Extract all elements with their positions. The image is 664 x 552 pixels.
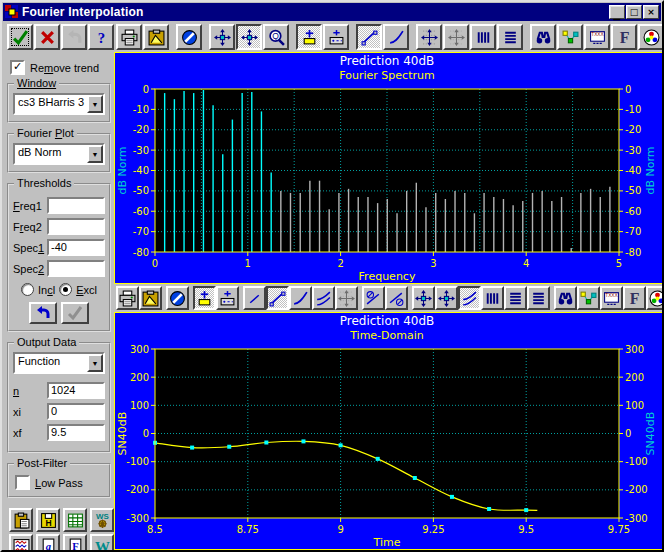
horizontal-bars-button[interactable] [504, 286, 527, 310]
help-button[interactable]: ? [88, 24, 114, 50]
threshold-add-button[interactable] [193, 286, 216, 310]
output-function-value: Function [15, 354, 87, 372]
apply-thresholds-button[interactable] [61, 302, 89, 324]
unzoom-button[interactable] [166, 286, 189, 310]
svg-text:-50: -50 [133, 185, 149, 196]
freq2-field[interactable] [47, 218, 105, 235]
print-button[interactable] [116, 286, 139, 310]
threshold-add-button[interactable] [296, 24, 322, 50]
spec2-row: Spec2 [13, 260, 105, 277]
horizontal-bars-button[interactable] [497, 24, 523, 50]
output-n-field[interactable]: 1024 [47, 382, 105, 399]
grid-scale-button[interactable] [335, 286, 358, 310]
waveform-button[interactable] [9, 534, 33, 552]
freq2-label: Freq2 [13, 221, 44, 233]
print-button[interactable] [116, 24, 142, 50]
point-style-button[interactable] [577, 286, 600, 310]
line-segment-button[interactable] [243, 286, 266, 310]
accept-button[interactable] [7, 24, 33, 50]
unzoom-button[interactable] [176, 24, 202, 50]
vertical-bars-button[interactable] [481, 286, 504, 310]
hlines-icon [502, 29, 519, 46]
find-button[interactable] [554, 286, 577, 310]
svg-text:-100: -100 [126, 456, 149, 467]
freq1-field[interactable] [47, 197, 105, 214]
output-xi-field[interactable]: 0 [47, 403, 105, 420]
radio-excl[interactable] [59, 283, 72, 296]
chevron-down-icon[interactable]: ▼ [87, 145, 103, 163]
threshold-adjust-button[interactable] [323, 24, 349, 50]
line-suppress-alt-button[interactable] [385, 286, 408, 310]
find-button[interactable] [530, 24, 556, 50]
point-style-button[interactable] [557, 24, 583, 50]
svg-text:100: 100 [625, 400, 644, 411]
svg-text:F: F [630, 290, 640, 307]
svg-text:Prediction 40dB: Prediction 40dB [340, 314, 435, 328]
table-button[interactable] [63, 508, 87, 532]
svg-text:3: 3 [430, 258, 436, 269]
grid-scale-button[interactable] [416, 24, 442, 50]
smooth-plot-button[interactable] [289, 286, 312, 310]
svg-text:Frequency: Frequency [359, 270, 416, 283]
time-domain-chart[interactable]: Prediction 40dBTime-Domain-300-300-200-2… [114, 312, 664, 550]
annotation-button[interactable]: a [36, 534, 60, 552]
svg-text:-10: -10 [625, 104, 641, 115]
full-scale-button[interactable] [209, 24, 235, 50]
waveform-icon [13, 538, 30, 552]
spec2-field[interactable] [47, 260, 105, 277]
svg-text:-60: -60 [133, 206, 149, 217]
output-function-select[interactable]: Function ▼ [13, 352, 105, 374]
multi-curve-button[interactable] [312, 286, 335, 310]
svg-text:0: 0 [143, 428, 149, 439]
line-diag-sm-icon [246, 290, 263, 307]
svg-text:-70: -70 [625, 226, 641, 237]
output-xf-field[interactable]: 9.5 [47, 424, 105, 441]
cancel-button[interactable] [34, 24, 60, 50]
full-scale-button[interactable] [412, 286, 435, 310]
vertical-bars-button[interactable] [470, 24, 496, 50]
fourier-plot-group-title: Fourier Plot [14, 127, 77, 139]
copy-graph-button[interactable] [143, 24, 169, 50]
grid-scale-alt-button[interactable] [443, 24, 469, 50]
time-domain-plot: Prediction 40dBTime-Domain-300-300-200-2… [115, 313, 661, 549]
spec1-label: Spec1 [13, 242, 44, 254]
window-select[interactable]: cs3 BHarris 3 ▼ [13, 93, 105, 115]
colors-button[interactable] [646, 286, 664, 310]
radio-incl[interactable] [21, 283, 34, 296]
fourier-plot-select[interactable]: dB Norm ▼ [13, 143, 105, 165]
screen-settings-button[interactable]: TXXX [600, 286, 623, 310]
chevron-down-icon[interactable]: ▼ [87, 354, 103, 372]
overlay-curves-button[interactable] [458, 286, 481, 310]
svg-text:5: 5 [616, 258, 622, 269]
spec1-field[interactable]: -40 [47, 239, 105, 256]
save-button[interactable]: H [36, 508, 60, 532]
worksheet-button[interactable]: WS [90, 508, 114, 532]
horizontal-bars-alt-button[interactable] [527, 286, 550, 310]
remove-trend-checkbox[interactable]: ✓ [10, 60, 25, 75]
font-button[interactable]: F [611, 24, 637, 50]
screen-settings-button[interactable]: TXXX [584, 24, 610, 50]
zoom-mode-button[interactable]: Q [263, 24, 289, 50]
copy-graph-button[interactable] [139, 286, 162, 310]
binoculars-icon [535, 29, 552, 46]
line-suppress-button[interactable] [362, 286, 385, 310]
line-plot-button[interactable] [356, 24, 382, 50]
threshold-adjust-button[interactable] [216, 286, 239, 310]
format-button[interactable]: F [63, 534, 87, 552]
fourier-spectrum-chart[interactable]: Prediction 40dBFourier Spectrum-80-80-70… [114, 52, 664, 284]
paste-button[interactable] [9, 508, 33, 532]
chevron-down-icon[interactable]: ▼ [87, 95, 103, 113]
minimize-button[interactable]: ▁ [609, 5, 625, 19]
line-plot-button[interactable] [266, 286, 289, 310]
colors-button[interactable] [638, 24, 664, 50]
maximize-button[interactable]: □ [626, 5, 642, 19]
word-export-button[interactable]: W [90, 534, 114, 552]
tracking-button[interactable] [236, 24, 262, 50]
tracking-button[interactable] [435, 286, 458, 310]
close-button[interactable]: × [643, 5, 659, 19]
font-button[interactable]: F [623, 286, 646, 310]
undo-button[interactable] [61, 24, 87, 50]
revert-thresholds-button[interactable] [29, 302, 57, 324]
low-pass-checkbox[interactable] [15, 475, 30, 490]
smooth-plot-button[interactable] [383, 24, 409, 50]
